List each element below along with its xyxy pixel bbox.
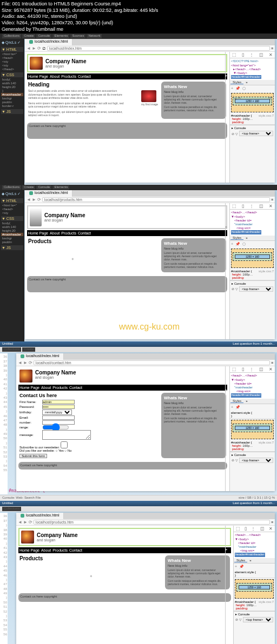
more-icon[interactable]: ⋮ <box>249 367 254 372</box>
inspect-icon[interactable]: ⬚ <box>232 367 236 372</box>
url-input[interactable]: localhost/contact.htm <box>34 360 270 365</box>
dom-node[interactable]: ▼<body> <box>231 378 274 382</box>
dom-selected[interactable]: header#mainheader <box>231 230 261 234</box>
devtools-splitter[interactable]: ▸ <box>225 203 227 339</box>
nav-contact[interactable]: Contact <box>78 231 91 235</box>
hov-icon[interactable]: ⬡ <box>242 86 246 91</box>
tab-styles[interactable]: Styles <box>230 81 243 84</box>
html-section[interactable]: ▼ HTML <box>1 198 23 203</box>
birthday-input[interactable]: mm/dd/yyyy <box>42 410 72 415</box>
tab-styles[interactable]: Styles <box>230 236 243 240</box>
back-icon[interactable]: ◄ <box>18 360 22 365</box>
range-input[interactable] <box>42 425 69 430</box>
pin-icon[interactable]: 📌 <box>235 86 240 91</box>
inspect-icon[interactable]: ⬚ <box>232 204 236 209</box>
devtools-splitter[interactable]: ▸ <box>225 52 227 183</box>
menu-item[interactable]: Create <box>22 347 35 352</box>
dock-icon[interactable]: ◫ <box>259 52 263 57</box>
tab-more[interactable]: » <box>247 559 253 562</box>
dom-node[interactable]: <header id= <box>231 219 274 223</box>
forward-icon[interactable]: ► <box>32 46 36 51</box>
nav-contact[interactable]: Contact <box>69 548 82 552</box>
pin-icon[interactable]: 📌 <box>235 405 240 410</box>
dom-tree[interactable]: <head>…</head> ▼<body> <header id= "main… <box>230 210 275 235</box>
submit-button[interactable]: Submit this form <box>19 454 47 458</box>
email-input[interactable] <box>42 415 75 420</box>
browser-tab[interactable]: localhost/index.html <box>16 353 64 360</box>
dom-node[interactable]: <html lang="en"> <box>231 64 274 68</box>
menu-icon[interactable]: ≡ <box>271 46 273 50</box>
tab-more[interactable]: » <box>243 399 249 403</box>
dom-selected[interactable]: header#mainheader <box>235 553 265 556</box>
hov-icon[interactable]: ⬡ <box>242 242 246 246</box>
dom-node[interactable]: <header id= <box>235 541 274 545</box>
box-model[interactable]: 1250 × 160 <box>231 420 274 439</box>
fname-input[interactable] <box>42 400 75 404</box>
close-icon[interactable]: ✕ <box>269 52 273 57</box>
tab-styles[interactable]: Styles <box>230 399 243 403</box>
nav-products[interactable]: Products <box>61 75 76 78</box>
nav-about[interactable]: About <box>50 231 60 235</box>
css-rule[interactable]: element.style {} <box>230 411 275 419</box>
dock-icon[interactable]: ◫ <box>259 204 263 209</box>
menu-item[interactable]: Console <box>36 34 51 38</box>
device-icon[interactable]: ▯ <box>242 204 244 209</box>
forward-icon[interactable]: ► <box>23 520 28 525</box>
filter-icon[interactable]: ▽ <box>235 287 238 291</box>
console-toggle[interactable]: ▸ Console <box>230 125 275 130</box>
devtools-splitter[interactable]: ▸ <box>225 526 227 644</box>
rule-source[interactable]: style.css:7 <box>259 600 274 603</box>
password-input[interactable] <box>42 405 75 409</box>
device-icon[interactable]: ▯ <box>242 367 244 372</box>
dom-node[interactable]: <!DOCTYPE html> <box>231 59 274 63</box>
frame-select[interactable]: <top frame> <box>239 286 273 292</box>
editor-tab[interactable]: ◆ QncLs ✓ <box>1 191 23 197</box>
dom-node[interactable]: ▼<body> <box>235 538 274 541</box>
nav-about[interactable]: About <box>41 386 51 390</box>
dom-node[interactable]: <img src= <box>231 390 274 393</box>
menu-item[interactable]: Console <box>36 185 51 190</box>
nav-about[interactable]: About <box>50 75 60 78</box>
dom-selected[interactable]: header#mainheader <box>231 75 261 79</box>
reload-icon[interactable]: ⟳ <box>29 520 32 525</box>
clear-icon[interactable]: ⊘ <box>232 458 234 462</box>
css-section[interactable]: ▼ CSS <box>1 72 23 77</box>
rule-source[interactable]: style.css:7 <box>259 441 274 444</box>
nav-home[interactable]: Home Page <box>19 548 39 552</box>
dock-icon[interactable]: ◫ <box>259 367 263 372</box>
filter-icon[interactable]: ▽ <box>239 618 242 621</box>
menu-icon[interactable]: ≡ <box>271 520 273 524</box>
subscribe-checkbox[interactable] <box>61 441 68 448</box>
pin-icon[interactable]: 📌 <box>239 565 244 569</box>
dom-selected[interactable]: header#mainheader <box>231 393 261 397</box>
browser-tab[interactable]: localhost/index.html <box>16 513 64 519</box>
dom-node[interactable]: ▸<head>…</head> <box>231 68 274 71</box>
url-input[interactable]: localhost/products.htm <box>34 520 270 525</box>
menu-item[interactable]: Collections <box>2 347 21 352</box>
js-section[interactable]: ▼ JS <box>1 245 23 250</box>
browser-tab[interactable]: localhost/index.html <box>25 39 72 45</box>
frame-select[interactable]: <top frame> <box>239 131 273 136</box>
dom-node[interactable]: <head>…</head> <box>231 211 274 214</box>
nav-contact[interactable]: Contact <box>69 386 82 390</box>
frame-select[interactable]: <top frame> <box>239 458 273 463</box>
js-section[interactable]: ▼ JS <box>1 109 23 114</box>
url-input[interactable]: localhost/products.htm <box>42 197 270 202</box>
reload-icon[interactable]: ⟳ <box>29 360 32 365</box>
dom-node[interactable]: "mainheader <box>231 386 274 390</box>
close-icon[interactable]: ✕ <box>269 204 273 209</box>
add-icon[interactable]: + <box>231 242 233 246</box>
dom-node[interactable]: <img src= <box>231 226 274 230</box>
forward-icon[interactable]: ► <box>32 197 36 202</box>
dom-tree[interactable]: <head>…</head> ▼<body> <header id= "main… <box>234 532 275 558</box>
menu-item[interactable]: Collections <box>2 34 21 38</box>
menu-item[interactable]: Network <box>87 34 102 38</box>
nav-products[interactable]: Products <box>52 386 68 390</box>
menu-item[interactable]: Sources <box>70 34 85 38</box>
nav-products[interactable]: Products <box>61 231 76 235</box>
css-section[interactable]: ▼ CSS <box>1 216 23 221</box>
nav-home[interactable]: Home Page <box>19 386 39 390</box>
nav-home[interactable]: Home Page <box>28 75 48 78</box>
reload-icon[interactable]: ⟳ <box>37 46 41 51</box>
tab-more[interactable]: » <box>243 81 249 84</box>
